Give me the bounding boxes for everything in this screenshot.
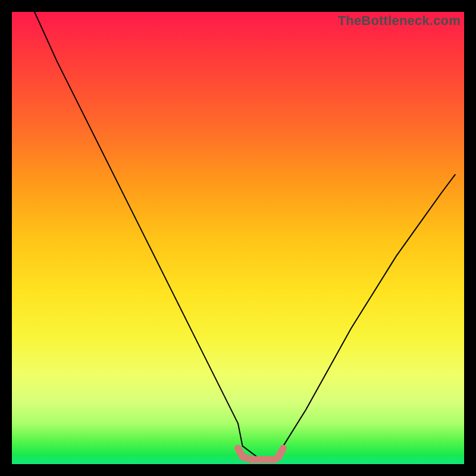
- chart-frame: TheBottleneck.com: [12, 12, 464, 464]
- bottleneck-curve: [35, 12, 455, 459]
- highlight-segment: [238, 448, 283, 459]
- chart-svg: [12, 12, 464, 464]
